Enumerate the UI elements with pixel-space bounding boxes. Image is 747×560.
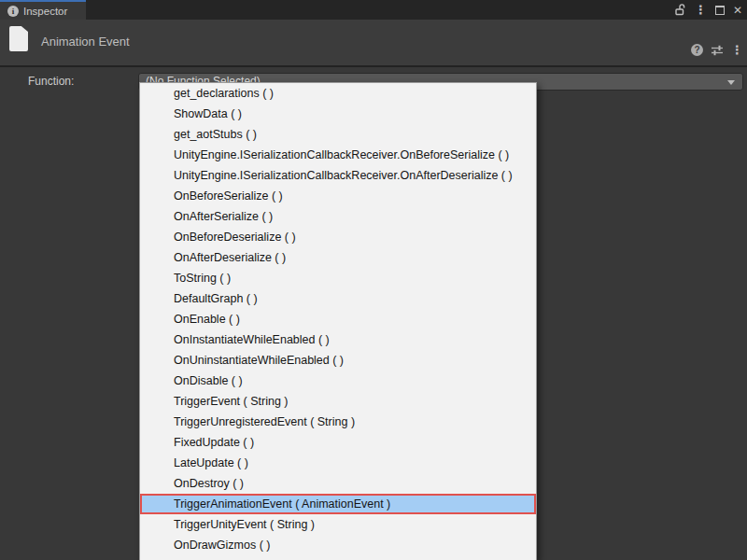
function-dropdown-menu: get_declarations ( )ShowData ( )get_aotS… (139, 82, 537, 560)
menu-item[interactable]: get_declarations ( ) (140, 83, 536, 104)
menu-item[interactable]: OnDisable ( ) (140, 371, 536, 391)
menu-item[interactable]: UnityEngine.ISerializationCallbackReceiv… (140, 165, 536, 186)
menu-item[interactable]: TriggerUnityEvent ( String ) (140, 514, 536, 535)
menu-item[interactable]: OnBeforeDeserialize ( ) (140, 227, 536, 247)
menu-item[interactable]: UnityEngine.ISerializationCallbackReceiv… (140, 145, 536, 165)
component-title: Animation Event (41, 35, 130, 49)
menu-item[interactable]: ShowData ( ) (140, 104, 536, 124)
tab-bar: i Inspector ⋮ ✕ (0, 0, 747, 20)
menu-item[interactable]: get_aotStubs ( ) (140, 124, 536, 145)
menu-item-selected[interactable]: TriggerAnimationEvent ( AnimationEvent ) (140, 494, 536, 514)
close-icon[interactable]: ✕ (733, 5, 742, 16)
menu-item[interactable]: OnBeforeSerialize ( ) (140, 186, 536, 206)
maximize-icon[interactable] (715, 6, 725, 15)
chevron-down-icon (727, 80, 735, 85)
menu-item[interactable]: TriggerEvent ( String ) (140, 391, 536, 412)
menu-item[interactable]: OnInstantiateWhileEnabled ( ) (140, 329, 536, 350)
menu-item[interactable]: TriggerUnregisteredEvent ( String ) (140, 412, 536, 432)
menu-item[interactable]: FixedUpdate ( ) (140, 432, 536, 453)
menu-item[interactable]: DefaultGraph ( ) (140, 288, 536, 309)
function-label: Function: (28, 75, 74, 88)
kebab-menu-icon[interactable]: ⋮ (695, 4, 707, 16)
menu-item[interactable]: OnDrawGizmos ( ) (140, 535, 536, 555)
menu-item[interactable]: OnAfterDeserialize ( ) (140, 247, 536, 268)
script-asset-icon (9, 26, 28, 51)
component-header: Animation Event ? ⋮ (0, 20, 747, 67)
menu-item[interactable]: OnEnable ( ) (140, 309, 536, 329)
tab-inspector-label: Inspector (23, 6, 67, 17)
menu-item[interactable]: OnUninstantiateWhileEnabled ( ) (140, 350, 536, 371)
lock-open-icon[interactable] (674, 4, 686, 16)
info-icon: i (7, 6, 19, 17)
menu-item[interactable]: OnAfterSerialize ( ) (140, 206, 536, 227)
presets-icon[interactable] (711, 45, 724, 56)
tab-inspector[interactable]: i Inspector (0, 0, 86, 20)
kebab-menu-icon[interactable]: ⋮ (731, 44, 743, 56)
menu-item[interactable]: LateUpdate ( ) (140, 453, 536, 473)
header-icons: ? ⋮ (691, 44, 743, 56)
help-icon[interactable]: ? (691, 44, 703, 56)
menu-item[interactable]: ToString ( ) (140, 268, 536, 288)
menu-item[interactable]: OnDestroy ( ) (140, 473, 536, 494)
window-controls: ⋮ ✕ (674, 0, 742, 20)
